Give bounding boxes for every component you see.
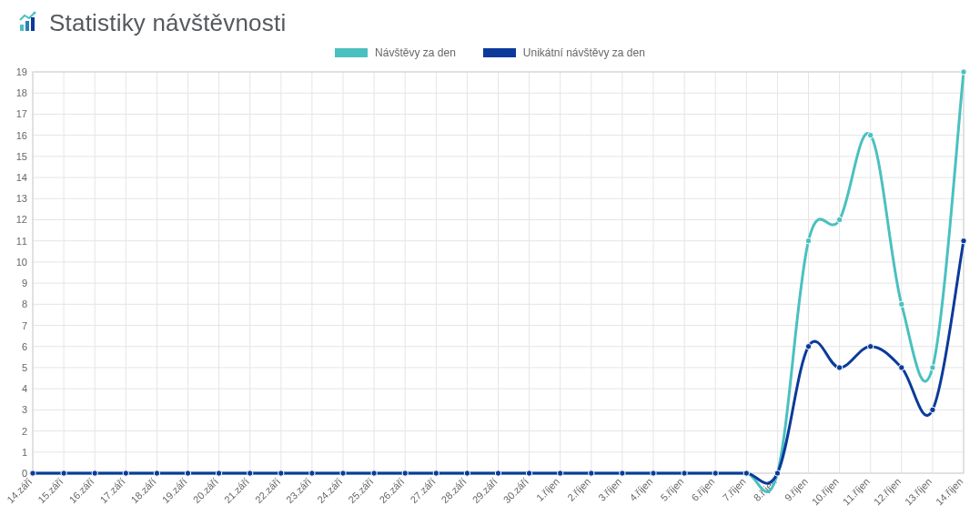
- svg-text:24.září: 24.září: [315, 476, 344, 505]
- svg-point-135: [899, 301, 904, 307]
- svg-point-132: [805, 238, 811, 243]
- svg-text:23.září: 23.září: [284, 476, 313, 505]
- svg-point-150: [402, 470, 408, 476]
- svg-text:17: 17: [16, 108, 27, 119]
- svg-text:13: 13: [16, 193, 27, 204]
- svg-text:18.září: 18.září: [129, 476, 158, 505]
- svg-text:5.říjen: 5.říjen: [658, 476, 685, 503]
- svg-text:3.říjen: 3.říjen: [596, 476, 623, 503]
- svg-text:29.září: 29.září: [470, 476, 500, 505]
- svg-text:6: 6: [22, 341, 27, 352]
- legend-item-visits[interactable]: Návštěvy za den: [335, 46, 456, 59]
- svg-point-145: [248, 470, 253, 476]
- svg-point-157: [620, 470, 625, 476]
- svg-point-147: [309, 470, 315, 476]
- svg-point-141: [123, 470, 128, 476]
- stats-chart-icon: [18, 11, 40, 36]
- svg-point-134: [868, 132, 874, 137]
- svg-point-138: [30, 470, 35, 476]
- svg-text:7: 7: [22, 320, 27, 331]
- svg-text:9.říjen: 9.říjen: [783, 476, 810, 503]
- svg-point-164: [836, 365, 842, 370]
- svg-point-148: [340, 470, 346, 476]
- legend-label-unique: Unikátní návštěvy za den: [523, 46, 645, 59]
- svg-text:12.říjen: 12.říjen: [872, 476, 903, 507]
- visits-line-chart: 01234567891011121314151617181914.září15.…: [7, 66, 969, 517]
- svg-rect-1: [25, 21, 29, 31]
- svg-point-153: [495, 470, 500, 476]
- svg-point-165: [868, 344, 874, 349]
- svg-point-163: [805, 344, 811, 349]
- svg-text:14.září: 14.září: [7, 476, 34, 505]
- svg-point-139: [61, 470, 66, 476]
- svg-point-140: [92, 470, 97, 476]
- svg-point-137: [961, 69, 966, 75]
- svg-text:1.říjen: 1.říjen: [534, 476, 561, 503]
- svg-point-143: [185, 470, 190, 476]
- svg-point-155: [558, 470, 563, 476]
- svg-text:2: 2: [22, 426, 27, 437]
- svg-rect-0: [20, 25, 24, 31]
- svg-point-149: [371, 470, 377, 476]
- svg-text:7.říjen: 7.říjen: [721, 476, 748, 503]
- svg-point-151: [433, 470, 439, 476]
- svg-text:28.září: 28.září: [439, 476, 469, 505]
- svg-point-154: [526, 470, 531, 476]
- svg-point-162: [774, 470, 780, 476]
- svg-text:4: 4: [22, 383, 27, 394]
- svg-text:22.září: 22.září: [253, 476, 282, 505]
- svg-text:5: 5: [22, 362, 27, 373]
- svg-rect-2: [31, 17, 35, 31]
- svg-point-136: [930, 365, 935, 370]
- svg-text:13.říjen: 13.říjen: [903, 476, 934, 507]
- svg-point-161: [743, 470, 749, 476]
- svg-point-142: [154, 470, 159, 476]
- svg-point-160: [712, 470, 718, 476]
- svg-text:18: 18: [16, 87, 27, 98]
- legend-item-unique[interactable]: Unikátní návštěvy za den: [483, 46, 645, 59]
- svg-point-3: [34, 11, 36, 14]
- svg-text:6.říjen: 6.říjen: [690, 476, 717, 503]
- svg-point-152: [464, 470, 470, 476]
- svg-text:10: 10: [16, 257, 27, 268]
- svg-point-144: [216, 470, 221, 476]
- svg-text:15.září: 15.září: [35, 476, 65, 505]
- svg-text:30.září: 30.září: [501, 476, 530, 505]
- svg-text:20.září: 20.září: [191, 476, 220, 505]
- chart-legend: Návštěvy za den Unikátní návštěvy za den: [0, 43, 980, 66]
- svg-text:19.září: 19.září: [160, 476, 189, 505]
- page-header: Statistiky návštěvnosti: [0, 0, 980, 43]
- svg-text:10.říjen: 10.říjen: [810, 476, 841, 507]
- page-title: Statistiky návštěvnosti: [49, 9, 286, 37]
- svg-point-168: [961, 238, 966, 243]
- svg-point-158: [651, 470, 656, 476]
- svg-text:17.září: 17.září: [97, 476, 126, 505]
- svg-text:16: 16: [16, 130, 27, 141]
- svg-point-166: [899, 365, 904, 370]
- svg-text:14: 14: [16, 172, 27, 183]
- legend-swatch-unique: [483, 48, 516, 57]
- svg-point-167: [930, 407, 935, 412]
- svg-text:3: 3: [22, 404, 27, 415]
- svg-point-156: [589, 470, 594, 476]
- svg-text:15: 15: [16, 151, 27, 162]
- svg-text:4.říjen: 4.říjen: [627, 476, 654, 503]
- chart-container: 01234567891011121314151617181914.září15.…: [0, 66, 980, 517]
- svg-point-159: [682, 470, 687, 476]
- legend-label-visits: Návštěvy za den: [375, 46, 456, 59]
- svg-text:19: 19: [16, 66, 27, 77]
- svg-text:14.říjen: 14.říjen: [934, 476, 965, 507]
- svg-text:2.říjen: 2.říjen: [565, 476, 592, 503]
- svg-point-133: [836, 217, 842, 222]
- svg-text:9: 9: [22, 278, 27, 288]
- svg-point-146: [278, 470, 284, 476]
- svg-text:21.září: 21.září: [222, 476, 251, 505]
- svg-text:11: 11: [16, 236, 27, 247]
- svg-text:1: 1: [22, 447, 27, 458]
- svg-text:26.září: 26.září: [377, 476, 406, 505]
- svg-text:12: 12: [16, 214, 27, 225]
- svg-text:25.září: 25.září: [346, 476, 375, 505]
- svg-text:11.říjen: 11.říjen: [841, 476, 872, 507]
- svg-text:16.září: 16.září: [66, 476, 96, 505]
- legend-swatch-visits: [335, 48, 368, 57]
